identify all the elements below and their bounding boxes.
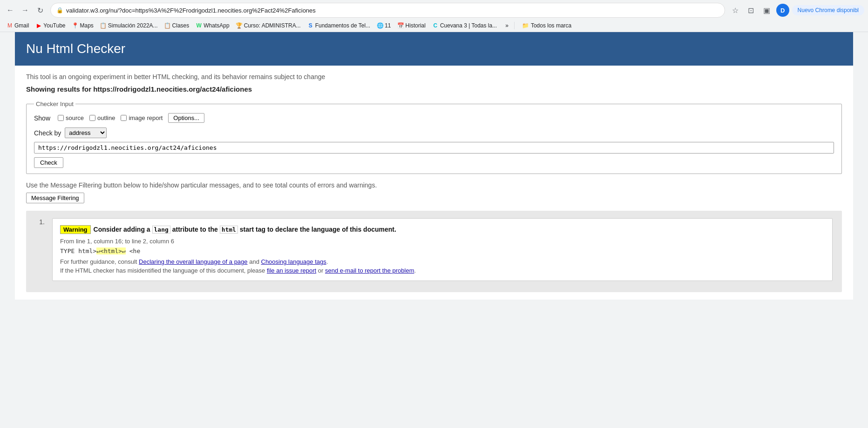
historial-icon: 📅 (398, 22, 404, 29)
source-checkbox[interactable] (58, 115, 64, 121)
code-after: <he (126, 247, 140, 254)
results-section: 1. Warning Consider adding a lang attrib… (26, 211, 842, 292)
url-input[interactable] (34, 142, 834, 154)
code-highlighted: ↵<html>↵ (96, 247, 126, 254)
bookmark-historial-label: Historial (406, 22, 426, 29)
showing-results-url: https://rodrigodzl1.neocities.org/act24/… (93, 85, 252, 93)
guidance-link2[interactable]: Choosing language tags (261, 258, 326, 265)
more-bookmarks-button[interactable]: » (502, 21, 511, 30)
result-item-1: 1. Warning Consider adding a lang attrib… (35, 218, 833, 281)
browser-chrome: ← → ↻ 🔒 validator.w3.org/nu/?doc=https%3… (0, 0, 868, 32)
guidance-and: and (249, 258, 261, 265)
warning-line: Warning Consider adding a lang attribute… (60, 225, 825, 234)
bookmark-simulacion[interactable]: 📋 Simulación 2022A... (97, 21, 161, 30)
warning-message: Consider adding a lang attribute to the … (94, 226, 396, 233)
bookmark-fundamentos[interactable]: S Fundamentos de Tel... (305, 21, 373, 30)
folder-icon: 📁 (522, 22, 529, 29)
guidance-period: . (326, 258, 328, 265)
bookmark-clases[interactable]: 📋 Clases (162, 21, 192, 30)
toolbar-icons: ☆ ⊡ ▣ D Nuevo Chrome disponibl (729, 4, 864, 17)
bookmark-gmail[interactable]: M Gmail (4, 21, 32, 30)
showing-results: Showing results for https://rodrigodzl1.… (26, 85, 842, 93)
guidance-link1[interactable]: Declaring the overall language of a page (139, 258, 247, 265)
source-label: source (66, 114, 84, 121)
profile-button[interactable]: D (776, 4, 789, 17)
nav-buttons: ← → ↻ (4, 4, 47, 17)
bookmarks-bar: M Gmail ▶ YouTube 📍 Maps 📋 Simulación 20… (0, 20, 868, 32)
result-number: 1. (35, 218, 45, 281)
message-filtering-button[interactable]: Message Filtering (26, 193, 84, 203)
bookmark-curso-label: Curso: ADMINISTRA... (244, 22, 301, 29)
bookmark-youtube-label: YouTube (43, 22, 65, 29)
guidance-text: For further guidance, consult Declaring … (60, 258, 825, 265)
bookmark-star-button[interactable]: ☆ (729, 4, 742, 17)
issue-link2[interactable]: send e-mail to report the problem (325, 267, 414, 274)
html-code: html (220, 226, 238, 234)
globe-icon: 🌐 (377, 22, 383, 29)
image-report-checkbox-label[interactable]: image report (121, 114, 163, 121)
bookmark-clases-label: Clases (172, 22, 190, 29)
result-box: Warning Consider adding a lang attribute… (52, 218, 833, 281)
outline-checkbox[interactable] (89, 115, 95, 121)
issue-link1[interactable]: file an issue report (267, 267, 316, 274)
address-text: validator.w3.org/nu/?doc=https%3A%2F%2Fr… (66, 7, 719, 14)
image-report-label: image report (129, 114, 163, 121)
bookmark-historial[interactable]: 📅 Historial (395, 21, 428, 30)
bookmark-whatsapp-label: WhatsApp (203, 22, 229, 29)
issue-or: or (318, 267, 325, 274)
options-button[interactable]: Options... (168, 113, 204, 123)
gmail-icon: M (7, 22, 13, 29)
reload-button[interactable]: ↻ (34, 4, 47, 17)
bookmarks-separator (514, 22, 515, 29)
bookmark-simulacion-label: Simulación 2022A... (108, 22, 158, 29)
curso-icon: 🏆 (236, 22, 243, 29)
bookmark-cuevana[interactable]: C Cuevana 3 | Todas la... (429, 21, 500, 30)
check-by-row: Check by address file upload text input (34, 127, 834, 138)
location-text: From line 1, column 16; to line 2, colum… (60, 238, 825, 245)
bookmark-gmail-label: Gmail (14, 22, 29, 29)
bookmark-fundamentos-label: Fundamentos de Tel... (315, 22, 371, 29)
site-security-icon: 🔒 (56, 7, 63, 13)
outline-checkbox-label[interactable]: outline (89, 114, 115, 121)
outline-label: outline (97, 114, 115, 121)
bookmark-cuevana-label: Cuevana 3 | Todas la... (440, 22, 497, 29)
showing-results-label: Showing results for (26, 85, 91, 93)
issue-text: If the HTML checker has misidentified th… (60, 267, 825, 274)
forward-button[interactable]: → (19, 4, 32, 17)
warning-msg-part2: attribute to the (172, 226, 218, 233)
browser-toolbar: ← → ↻ 🔒 validator.w3.org/nu/?doc=https%3… (0, 0, 868, 20)
bookmark-whatsapp[interactable]: W WhatsApp (193, 21, 232, 30)
bookmark-maps[interactable]: 📍 Maps (69, 21, 96, 30)
all-marks-label: Todos los marca (531, 22, 571, 29)
code-before: TYPE html> (60, 247, 96, 254)
youtube-icon: ▶ (35, 22, 42, 29)
extensions-button[interactable]: ⊡ (745, 4, 758, 17)
page-body: This tool is an ongoing experiment in be… (15, 66, 853, 300)
bookmark-globe[interactable]: 🌐 11 (374, 21, 393, 30)
source-checkbox-label[interactable]: source (58, 114, 84, 121)
warning-msg-part1: Consider adding a (94, 226, 150, 233)
guidance-prefix: For further guidance, consult (60, 258, 137, 265)
bookmark-youtube[interactable]: ▶ YouTube (33, 21, 68, 30)
code-block: TYPE html>↵<html>↵ <he (60, 247, 825, 254)
bookmark-curso[interactable]: 🏆 Curso: ADMINISTRA... (233, 21, 304, 30)
all-marks-button[interactable]: 📁 Todos los marca (519, 21, 574, 30)
split-view-button[interactable]: ▣ (760, 4, 773, 17)
check-by-select[interactable]: address file upload text input (65, 127, 107, 138)
lang-code: lang (152, 226, 170, 234)
experiment-text: This tool is an ongoing experiment in be… (26, 73, 842, 80)
check-by-label: Check by (34, 129, 61, 137)
address-bar-wrap[interactable]: 🔒 validator.w3.org/nu/?doc=https%3A%2F%2… (50, 3, 725, 18)
page-header: Nu Html Checker (15, 32, 853, 66)
bookmark-maps-label: Maps (80, 22, 94, 29)
whatsapp-icon: W (196, 22, 202, 29)
back-button[interactable]: ← (4, 4, 17, 17)
fundamentos-icon: S (307, 22, 314, 29)
page-title: Nu Html Checker (26, 41, 842, 56)
warning-msg-part3: start tag to declare the language of thi… (240, 226, 396, 233)
simulacion-icon: 📋 (100, 22, 107, 29)
show-row: Show source outline image report Options… (34, 113, 834, 123)
image-report-checkbox[interactable] (121, 115, 127, 121)
check-button[interactable]: Check (34, 157, 63, 168)
chrome-update-button[interactable]: Nuevo Chrome disponibl (792, 5, 864, 15)
